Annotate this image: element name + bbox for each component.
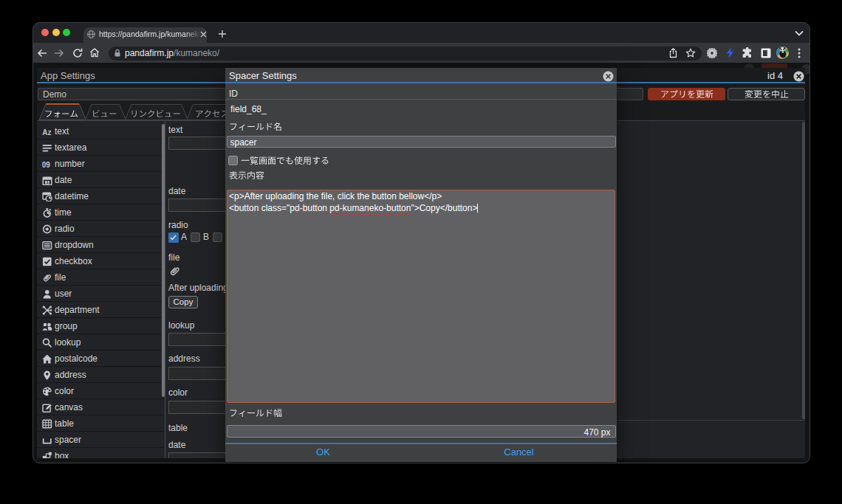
svg-text:09: 09 [42, 160, 50, 168]
svg-text:Az: Az [42, 128, 51, 136]
